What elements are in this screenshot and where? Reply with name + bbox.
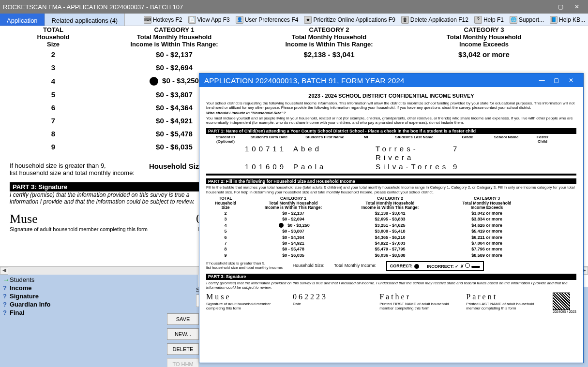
nav-guardian-info[interactable]: ?Guardian Info (3, 300, 196, 308)
keyboard-icon: ⌨ (144, 16, 151, 24)
tab-related-applications[interactable]: Related applications (4) (45, 14, 125, 26)
side-navigation: →Students ?Income ?Signature ?Guardian I… (0, 275, 198, 318)
toolbar-delete-app[interactable]: 🗑Delete Application F12 (398, 16, 471, 24)
income-range-row: 8 $0 - $5,478 $5,479 - $7,795 $7,796 or … (206, 246, 576, 252)
window-minimize-icon[interactable]: — (536, 1, 552, 12)
income-range-row: 4 $0 - $3,250 $3,251 - $4,625 $4,626 or … (206, 222, 576, 229)
user-icon: 👤 (236, 16, 243, 24)
help-icon: ? (474, 16, 482, 24)
income-range-row: 9 $0 - $6,035 $6,036 - $8,588 $8,589 or … (206, 252, 576, 258)
income-row: 2 $0 - $2,137 $2,138 - $3,041 $3,042 or … (10, 48, 578, 61)
qr-code-icon (553, 293, 570, 310)
income-range-row: 2 $0 - $2,137 $2,138 - $3,041 $3,042 or … (206, 210, 576, 216)
toolbar-support[interactable]: 🌐Support... (507, 16, 547, 24)
toolbar-hotkeys[interactable]: ⌨Hotkeys F2 (141, 16, 185, 24)
nav-income[interactable]: ?Income (3, 284, 196, 292)
nav-students[interactable]: →Students (3, 276, 196, 284)
form-title: 2023 - 2024 SCHOOL DISTRICT CONFIDENTIAL… (206, 93, 576, 99)
child-close-icon[interactable]: ✕ (564, 75, 578, 86)
income-range-row: 6 $0 - $4,364 $4,365 - $6,210 $6,211 or … (206, 235, 576, 240)
window-close-icon[interactable]: ✕ (569, 1, 585, 12)
main-toolbar: Application Related applications (4) ⌨Ho… (0, 14, 588, 26)
window-titlebar: ROCKETSCAN FMA - APPLICATION 2024000037 … (0, 0, 588, 14)
to-hhm-button[interactable]: TO HHM (167, 358, 199, 367)
toolbar-help[interactable]: ?Help F1 (471, 16, 507, 24)
part3-header: PART 3: Signature (206, 274, 576, 279)
student-row: 100711AbedTorres-Rivera7 (206, 145, 576, 162)
window-maximize-icon[interactable]: ▢ (552, 1, 569, 12)
part2-header: PART 2: Fill in the following for Househ… (206, 178, 576, 184)
book-icon: 📘 (550, 16, 558, 24)
toolbar-prioritize[interactable]: ★Prioritize Online Applications F9 (301, 16, 398, 24)
form-document: 2023 - 2024 SCHOOL DISTRICT CONFIDENTIAL… (199, 87, 583, 318)
globe-icon: 🌐 (510, 16, 517, 24)
question-icon: ? (3, 284, 8, 292)
toolbar-help-kb[interactable]: 📘Help KB... (547, 16, 588, 24)
part3-signature-header: PART 3: Signature (10, 182, 203, 191)
save-button[interactable]: SAVE (167, 313, 199, 325)
income-row: 3 $0 - $2,694 (10, 61, 578, 74)
question-icon: ? (3, 293, 8, 300)
child-window-titlebar: APPLICATION 2024000013, BATCH 91, FORM Y… (199, 73, 583, 87)
income-range-row: 3 $0 - $2,694 $2,695 - $3,833 $3,834 or … (206, 216, 576, 222)
question-icon: ? (3, 301, 8, 308)
delete-button[interactable]: DELETE (167, 343, 199, 355)
child-maximize-icon[interactable]: ▢ (549, 75, 564, 86)
toolbar-user-prefs[interactable]: 👤User Preferences F4 (233, 16, 302, 24)
document-icon: 📄 (188, 16, 196, 24)
tab-application[interactable]: Application (0, 14, 45, 26)
new-button[interactable]: NEW... (167, 328, 199, 340)
trash-icon: 🗑 (401, 16, 409, 24)
workspace: TOTALHouseholdSize CATEGORY 1Total Month… (0, 26, 588, 367)
toolbar-view-app[interactable]: 📄View App F3 (185, 16, 233, 24)
child-window: APPLICATION 2024000013, BATCH 91, FORM Y… (199, 73, 584, 363)
part1-header: PART 1: Name of Child(ren) attending a Y… (206, 128, 576, 134)
child-window-title: APPLICATION 2024000013, BATCH 91, FORM Y… (204, 76, 405, 85)
window-title: ROCKETSCAN FMA - APPLICATION 2024000037 … (3, 3, 183, 11)
income-range-row: 5 $0 - $3,807 $3,808 - $5,418 $5,419 or … (206, 228, 576, 234)
star-icon: ★ (304, 16, 312, 24)
correct-incorrect-legend: CORRECT: INCORRECT: ✓ ✗ (386, 261, 484, 271)
nav-signature[interactable]: ?Signature (3, 292, 196, 300)
child-minimize-icon[interactable]: — (535, 75, 549, 86)
scroll-left-icon[interactable]: ◀ (0, 267, 8, 275)
question-icon: ? (3, 309, 8, 316)
income-range-row: 7 $0 - $4,921 $4,922 - $7,003 $7,004 or … (206, 240, 576, 246)
student-row: 101609PaolaSilva-Torres9 (206, 162, 576, 172)
arrow-right-icon: → (3, 276, 8, 283)
